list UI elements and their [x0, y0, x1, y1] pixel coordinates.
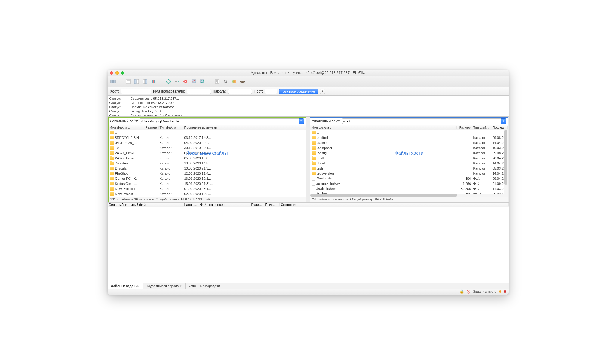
list-item[interactable]: .cacheКаталог14.04.2: [310, 140, 508, 145]
list-item[interactable]: .Xauthority106Файл29.04.2: [310, 176, 508, 181]
list-item[interactable]: .localКаталог14.04.2: [310, 161, 508, 166]
filter-button[interactable]: [214, 78, 221, 85]
column-size[interactable]: Размер: [457, 126, 472, 129]
stop-icon[interactable]: 🚫: [467, 290, 471, 294]
process-queue-button[interactable]: [173, 78, 180, 85]
list-item[interactable]: FireShotКаталог12.03.2020 11:4...: [109, 171, 306, 176]
column-name[interactable]: Имя файла▲: [310, 126, 457, 129]
disconnect-button[interactable]: [190, 78, 197, 85]
col-server[interactable]: Сервер/Локальный файл: [108, 203, 183, 206]
column-date[interactable]: Послед: [491, 126, 508, 129]
file-name: .cache: [317, 141, 327, 145]
file-name: ..: [115, 131, 117, 134]
horizontal-scrollbar[interactable]: [310, 194, 504, 197]
quickconnect-history-dropdown[interactable]: ▼: [320, 89, 325, 94]
list-item[interactable]: 24627_Визит...Каталог05.03.2020 15:0...: [109, 156, 306, 161]
folder-icon: [312, 157, 316, 160]
list-item[interactable]: DraculaКаталог10.03.2020 21:3...: [109, 166, 306, 171]
queue-columns[interactable]: Сервер/Локальный файл Направлен Файл на …: [108, 202, 509, 207]
list-item[interactable]: .subversionКаталог14.04.2: [310, 171, 508, 176]
toggle-remote-tree-button[interactable]: [141, 78, 149, 85]
tab-success[interactable]: Успешные передачи: [186, 283, 223, 289]
lock-icon[interactable]: 🔒: [460, 289, 464, 294]
list-item[interactable]: .bash_history30 806Файл11.03.2: [310, 186, 508, 191]
file-type: Каталог: [472, 151, 491, 155]
chevron-down-icon[interactable]: ▼: [299, 118, 304, 124]
list-item[interactable]: .composerКаталог16.03.2: [310, 145, 508, 151]
binoculars-icon[interactable]: [239, 78, 246, 85]
log-status-label: Статус:: [109, 113, 125, 117]
list-item[interactable]: New Project ...Каталог02.02.2020 12:2...: [109, 191, 306, 197]
list-item[interactable]: Krotus Comp...Каталог15.01.2020 21:31...: [109, 181, 306, 186]
minimize-icon[interactable]: [116, 71, 119, 75]
remote-column-headers[interactable]: Имя файла▲РазмерТип файлаПослед: [310, 125, 508, 130]
port-input[interactable]: [265, 89, 277, 94]
vertical-scrollbar[interactable]: [504, 130, 508, 197]
list-item[interactable]: New Project 1Каталог01.02.2020 23:1...: [109, 186, 306, 191]
search-button[interactable]: [222, 78, 229, 85]
file-type: Каталог: [159, 177, 183, 180]
list-item[interactable]: $RECYCLE.BINКаталог03.12.2017 14:3...: [109, 135, 306, 140]
list-item[interactable]: .distlibКаталог28.04.2: [310, 156, 508, 161]
site-manager-button[interactable]: [109, 78, 117, 85]
local-path-input[interactable]: [140, 118, 299, 124]
list-item[interactable]: 04-02-2020_...Каталог04.02.2020 20:...: [109, 140, 306, 145]
pass-input[interactable]: [228, 89, 252, 94]
user-input[interactable]: [187, 89, 211, 94]
folder-icon: [312, 136, 316, 139]
refresh-button[interactable]: [165, 78, 172, 85]
list-item[interactable]: .aptitudeКаталог29.08.2: [310, 135, 508, 140]
toggle-queue-button[interactable]: [150, 78, 157, 85]
column-type[interactable]: Тип файла: [472, 126, 491, 129]
file-type: Каталог: [159, 172, 183, 175]
toggle-log-button[interactable]: [125, 78, 132, 85]
list-item[interactable]: 7mastersКаталог13.03.2020 14:5...: [109, 161, 306, 166]
folder-icon: [110, 157, 114, 160]
tab-failed[interactable]: Неудавшиеся передачи: [143, 283, 186, 289]
col-priority[interactable]: Приорите: [264, 203, 280, 206]
list-item[interactable]: Gamer PC - K...Каталог16.01.2020 19:1...: [109, 176, 306, 181]
remote-path-input[interactable]: [342, 118, 501, 124]
column-type[interactable]: Тип файла: [159, 126, 183, 129]
column-date[interactable]: Последнее изменени: [183, 126, 241, 129]
log-status-label: Статус:: [109, 109, 125, 113]
list-item[interactable]: .configКаталог09.08.2: [310, 151, 508, 156]
file-name: Dracula: [115, 167, 127, 170]
file-type: Каталог: [472, 172, 491, 175]
col-direction[interactable]: Направлен: [183, 203, 199, 206]
col-size[interactable]: Размер: [250, 203, 264, 206]
host-input[interactable]: [121, 89, 151, 94]
chevron-down-icon[interactable]: ▼: [501, 118, 506, 124]
queue-area[interactable]: [108, 207, 509, 283]
list-item[interactable]: .asterisk_history1 266Файл21.09.2: [310, 181, 508, 186]
maximize-icon[interactable]: [121, 71, 124, 75]
list-item[interactable]: ..: [310, 130, 508, 135]
remote-file-list[interactable]: ...aptitudeКаталог29.08.2.cacheКаталог14…: [310, 130, 508, 197]
message-log[interactable]: Статус:Соединяюсь с 95.213.217.237...Ста…: [108, 96, 509, 117]
list-item[interactable]: 1xКаталог30.12.2019 22:1...: [109, 145, 306, 151]
local-column-headers[interactable]: Имя файла▲РазмерТип файлаПоследнее измен…: [109, 125, 306, 130]
quickconnect-button[interactable]: Быстрое соединение: [279, 89, 318, 94]
compare-button[interactable]: [230, 78, 238, 85]
svg-point-17: [224, 80, 226, 82]
column-size[interactable]: Размер: [143, 126, 159, 129]
col-remote-file[interactable]: Файл на сервере: [199, 203, 250, 206]
toggle-local-tree-button[interactable]: [133, 78, 140, 85]
cancel-button[interactable]: [182, 78, 189, 85]
folder-icon: [110, 136, 114, 139]
local-file-list[interactable]: ..$RECYCLE.BINКаталог03.12.2017 14:3...0…: [109, 130, 306, 197]
reconnect-button[interactable]: [199, 78, 206, 85]
tab-queued[interactable]: Файлы в задании: [108, 283, 143, 289]
list-item[interactable]: .sshКаталог05.03.2: [310, 166, 508, 171]
column-name[interactable]: Имя файла▲: [109, 126, 143, 129]
list-item[interactable]: ..: [109, 130, 306, 135]
svg-line-18: [226, 82, 227, 83]
col-state[interactable]: Состояние: [280, 203, 509, 206]
close-icon[interactable]: [110, 71, 113, 75]
statusbar: 🔒 🚫 Задание: пусто: [108, 289, 509, 295]
file-date: 05.03.2020 15:0...: [183, 156, 241, 160]
list-item[interactable]: 24627_Визи...Каталог05.03.2020 14:4...: [109, 151, 306, 156]
file-date: 05.03.2020 14:4...: [183, 151, 241, 155]
file-name: 7masters: [115, 161, 129, 165]
file-name: Krotus Comp...: [115, 182, 137, 185]
